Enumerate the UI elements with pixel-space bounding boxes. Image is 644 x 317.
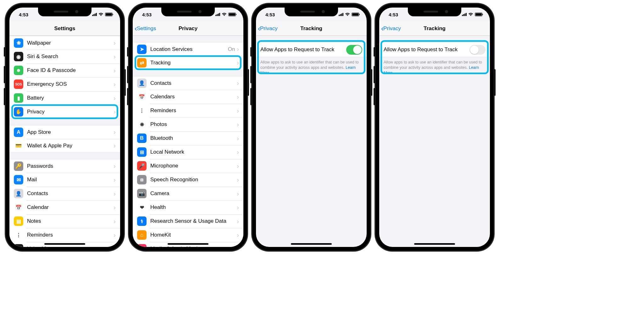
page-title: Tracking xyxy=(424,25,446,32)
row-local-network[interactable]: ⊞Local Network› xyxy=(133,145,243,159)
row-notes[interactable]: ▤Notes› xyxy=(9,214,120,228)
wifi-icon xyxy=(98,13,103,16)
row-label: Face ID & Passcode xyxy=(27,67,114,74)
reminders-icon: ⋮ xyxy=(137,106,147,115)
cellular-icon xyxy=(92,13,97,16)
home-indicator xyxy=(44,243,85,245)
row-reminders[interactable]: ⋮Reminders› xyxy=(133,104,243,118)
row-wallet-apple-pay[interactable]: 💳Wallet & Apple Pay› xyxy=(9,139,120,153)
calendars-icon: 📅 xyxy=(137,92,147,101)
row-photos[interactable]: ❋Photos› xyxy=(133,118,243,131)
row-bluetooth[interactable]: BBluetooth› xyxy=(133,131,243,145)
row-label: Bluetooth xyxy=(150,135,237,141)
row-reminders[interactable]: ⋮Reminders› xyxy=(9,228,120,242)
row-label: Mail xyxy=(27,177,114,183)
battery-icon xyxy=(352,13,359,16)
row-contacts[interactable]: 👤Contacts› xyxy=(133,76,243,90)
row-label: HomeKit xyxy=(150,232,237,238)
chevron-right-icon: › xyxy=(237,176,239,183)
row-research-sensor-usage-data[interactable]: ⚕Research Sensor & Usage Data› xyxy=(133,214,243,228)
chevron-right-icon: › xyxy=(114,81,116,88)
status-time: 4:53 xyxy=(142,12,152,17)
row-mail[interactable]: ✉Mail› xyxy=(9,173,120,187)
row-passwords[interactable]: 🔑Passwords› xyxy=(9,159,120,173)
page-title: Privacy xyxy=(179,25,198,32)
wallpaper-icon: ❀ xyxy=(14,38,23,48)
content-area: Allow Apps to Request to Track Allow app… xyxy=(379,36,490,247)
row-siri-search[interactable]: ◉Siri & Search› xyxy=(9,50,120,63)
camera-icon: 📷 xyxy=(137,189,147,198)
tracking-toggle[interactable] xyxy=(469,45,486,55)
privacy-icon: ✋ xyxy=(14,107,23,117)
mail-icon: ✉ xyxy=(14,175,23,184)
chevron-right-icon: › xyxy=(114,67,116,74)
chevron-right-icon: › xyxy=(237,162,239,170)
row-contacts[interactable]: 👤Contacts› xyxy=(9,187,120,200)
chevron-right-icon: › xyxy=(237,46,239,53)
app-store-icon: A xyxy=(14,128,23,137)
row-location-services[interactable]: ➤Location ServicesOn› xyxy=(133,42,243,56)
row-label: Contacts xyxy=(27,190,114,197)
chevron-right-icon: › xyxy=(237,149,239,156)
notch xyxy=(285,8,338,16)
row-face-id-passcode[interactable]: ☻Face ID & Passcode› xyxy=(9,63,120,77)
chevron-right-icon: › xyxy=(237,93,239,101)
row-label: Emergency SOS xyxy=(27,81,114,87)
row-homekit[interactable]: ⌂HomeKit› xyxy=(133,228,243,242)
microphone-icon: 🎤 xyxy=(137,161,147,171)
row-microphone[interactable]: 🎤Microphone› xyxy=(133,159,243,173)
chevron-right-icon: › xyxy=(114,204,116,211)
row-label: Passwords xyxy=(27,163,114,169)
row-battery[interactable]: ▮Battery› xyxy=(9,91,120,105)
row-label: Tracking xyxy=(150,60,237,66)
photos-icon: ❋ xyxy=(137,120,147,129)
row-label: Siri & Search xyxy=(27,53,114,60)
phone-tracking-off: 4:53 ‹ Privacy Tracking Allow Apps to Re… xyxy=(375,3,494,251)
battery-icon: ▮ xyxy=(14,93,23,103)
cellular-icon xyxy=(339,13,343,16)
page-title: Tracking xyxy=(300,25,322,32)
calendar-icon: 📅 xyxy=(14,203,23,212)
chevron-right-icon: › xyxy=(237,107,239,114)
battery-icon xyxy=(475,13,482,16)
status-time: 4:53 xyxy=(389,12,398,17)
row-emergency-sos[interactable]: SOSEmergency SOS› xyxy=(9,77,120,91)
cellular-icon xyxy=(215,13,220,16)
reminders-icon: ⋮ xyxy=(14,230,23,240)
nav-bar: ‹ Privacy Tracking xyxy=(379,21,490,36)
contacts-icon: 👤 xyxy=(137,79,147,88)
row-tracking[interactable]: ⇄Tracking› xyxy=(133,56,243,70)
back-button[interactable]: ‹ Settings xyxy=(135,25,156,32)
content-area: ❀Wallpaper›◉Siri & Search›☻Face ID & Pas… xyxy=(9,36,120,247)
row-calendar[interactable]: 📅Calendar› xyxy=(9,200,120,214)
nav-bar: ‹ Settings Privacy xyxy=(133,21,243,36)
row-label: Health xyxy=(150,204,237,210)
chevron-right-icon: › xyxy=(114,232,116,239)
settings-group-3: 🔑Passwords›✉Mail›👤Contacts›📅Calendar›▤No… xyxy=(9,159,120,247)
chevron-right-icon: › xyxy=(114,53,116,60)
row-app-store[interactable]: AApp Store› xyxy=(9,125,120,139)
voice-memos-icon: ∿ xyxy=(14,244,23,247)
face-id-passcode-icon: ☻ xyxy=(14,66,23,75)
allow-tracking-row[interactable]: Allow Apps to Request to Track xyxy=(379,42,490,57)
row-privacy[interactable]: ✋Privacy› xyxy=(9,105,120,119)
row-health[interactable]: ❤Health› xyxy=(133,200,243,214)
research-sensor-usage-data-icon: ⚕ xyxy=(137,216,147,226)
row-label: Speech Recognition xyxy=(150,177,237,183)
back-label: Privacy xyxy=(383,25,401,32)
back-button[interactable]: ‹ Privacy xyxy=(258,25,278,32)
row-speech-recognition[interactable]: ⧈Speech Recognition› xyxy=(133,173,243,187)
back-label: Settings xyxy=(137,25,156,32)
row-camera[interactable]: 📷Camera› xyxy=(133,187,243,200)
chevron-right-icon: › xyxy=(237,218,239,225)
row-calendars[interactable]: 📅Calendars› xyxy=(133,90,243,104)
tracking-toggle[interactable] xyxy=(346,45,362,55)
page-title: Settings xyxy=(54,25,75,32)
chevron-right-icon: › xyxy=(114,190,116,197)
home-indicator xyxy=(168,243,208,245)
allow-tracking-row[interactable]: Allow Apps to Request to Track xyxy=(256,42,367,57)
chevron-right-icon: › xyxy=(237,245,239,247)
back-button[interactable]: ‹ Privacy xyxy=(381,25,401,32)
row-wallpaper[interactable]: ❀Wallpaper› xyxy=(9,36,120,50)
passwords-icon: 🔑 xyxy=(14,161,23,171)
